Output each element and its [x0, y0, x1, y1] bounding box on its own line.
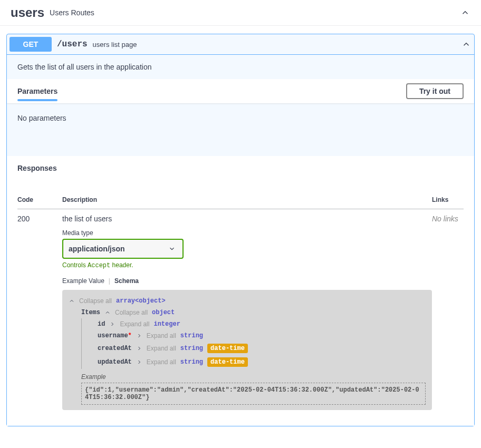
chevron-right-icon — [136, 359, 142, 365]
schema-example-label: Example — [69, 373, 426, 381]
schema-items-row[interactable]: Items Collapse all object — [69, 307, 426, 318]
schema-box: Collapse all array<object> Items Collaps… — [62, 290, 432, 410]
schema-field-name: updatedAt — [98, 358, 132, 366]
http-method-badge: GET — [9, 37, 52, 52]
schema-field-type: string — [180, 345, 203, 352]
response-description: the list of users — [62, 215, 432, 223]
schema-field-type: integer — [153, 320, 180, 328]
chevron-down-icon — [167, 244, 177, 254]
schema-items-label: Items — [81, 309, 100, 316]
operation-block: GET /users users list page Gets the list… — [6, 34, 475, 426]
col-code: Code — [17, 191, 62, 209]
schema-format-badge: date-time — [207, 357, 248, 367]
schema-example-value: {"id":1,"username":"admin","createdAt":"… — [81, 383, 426, 405]
schema-field-row[interactable]: idExpand allinteger — [81, 318, 426, 330]
collapse-all-link[interactable]: Collapse all — [79, 297, 112, 305]
chevron-up-icon — [104, 309, 111, 316]
required-indicator: * — [128, 332, 132, 339]
col-links: Links — [432, 191, 464, 209]
schema-tabs: Example Value | Schema — [62, 277, 432, 285]
expand-all-link[interactable]: Expand all — [147, 345, 176, 352]
try-it-out-button[interactable]: Try it out — [406, 83, 464, 99]
chevron-right-icon — [136, 333, 142, 339]
response-row: 200 the list of users Media type applica… — [17, 209, 464, 416]
collapse-all-link[interactable]: Collapse all — [115, 309, 148, 316]
chevron-up-icon — [69, 298, 75, 304]
chevron-up-icon — [461, 39, 472, 50]
chevron-up-icon — [460, 7, 470, 18]
parameters-title: Parameters — [17, 87, 57, 95]
operation-body: Gets the list of all users in the applic… — [7, 54, 474, 426]
expand-all-link[interactable]: Expand all — [147, 332, 176, 339]
operation-header[interactable]: GET /users users list page — [7, 34, 474, 54]
responses-title: Responses — [7, 156, 474, 180]
responses-body: Code Description Links 200 the list of u… — [7, 180, 474, 426]
tab-example-value[interactable]: Example Value — [62, 277, 104, 285]
schema-field-name: username* — [98, 332, 132, 339]
schema-field-name: id — [98, 320, 105, 328]
chevron-right-icon — [136, 345, 142, 352]
schema-field-row[interactable]: createdAtExpand allstringdate-time — [81, 342, 426, 355]
expand-all-link[interactable]: Expand all — [147, 358, 176, 366]
parameters-header: Parameters Try it out — [7, 79, 474, 103]
schema-field-row[interactable]: username*Expand allstring — [81, 330, 426, 342]
parameters-underline — [17, 99, 57, 101]
schema-field-name: createdAt — [98, 345, 132, 352]
operation-path: /users — [57, 40, 88, 49]
schema-field-type: string — [180, 332, 203, 339]
tag-header[interactable]: users Users Routes — [0, 0, 481, 26]
schema-field-type: string — [180, 358, 203, 366]
no-parameters-text: No parameters — [17, 114, 66, 122]
chevron-right-icon — [109, 321, 116, 327]
schema-field-row[interactable]: updatedAtExpand allstringdate-time — [81, 355, 426, 369]
tag-name: users — [11, 5, 44, 20]
media-type-value: application/json — [69, 245, 125, 253]
parameters-body: No parameters — [7, 103, 474, 156]
schema-items-type: object — [152, 309, 175, 316]
tab-divider: | — [109, 277, 110, 285]
response-links: No links — [432, 209, 464, 416]
col-description: Description — [62, 191, 432, 209]
media-type-help: Controls Accept header. — [62, 261, 432, 269]
operation-summary: users list page — [93, 41, 461, 48]
schema-root-row[interactable]: Collapse all array<object> — [69, 295, 426, 307]
tag-description: Users Routes — [50, 8, 460, 17]
tab-schema[interactable]: Schema — [114, 277, 139, 285]
schema-format-badge: date-time — [207, 344, 248, 353]
responses-table: Code Description Links 200 the list of u… — [17, 191, 464, 415]
media-type-select[interactable]: application/json — [62, 239, 184, 259]
response-code: 200 — [17, 209, 62, 416]
media-type-label: Media type — [62, 229, 432, 237]
schema-root-type: array<object> — [116, 297, 166, 305]
expand-all-link[interactable]: Expand all — [120, 320, 149, 328]
operation-description: Gets the list of all users in the applic… — [7, 55, 474, 79]
